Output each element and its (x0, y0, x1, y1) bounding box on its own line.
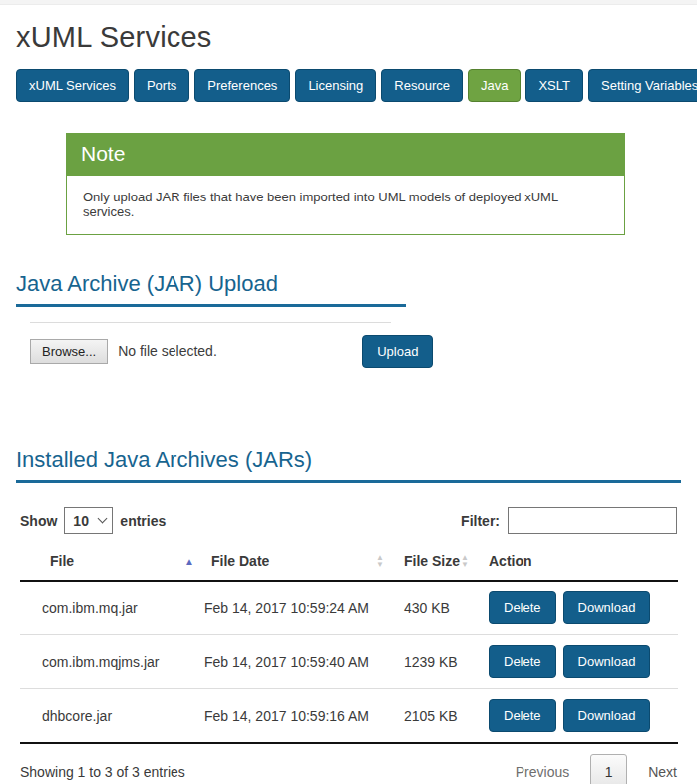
upload-form: Browse... No file selected. Upload (30, 322, 681, 368)
file-name-cell: com.ibm.mqjms.jar (20, 635, 204, 689)
tab-xuml-services[interactable]: xUML Services (16, 69, 129, 102)
file-date-cell: Feb 14, 2017 10:59:40 AM (204, 635, 404, 689)
filter-control: Filter: (461, 507, 677, 534)
browse-button[interactable]: Browse... (30, 339, 108, 364)
page-number-button[interactable]: 1 (590, 754, 627, 784)
previous-page-link[interactable]: Previous (516, 764, 569, 780)
sort-ascending-icon[interactable]: ▲ (184, 556, 194, 567)
entries-summary: Showing 1 to 3 of 3 entries (20, 764, 185, 780)
column-label-action: Action (489, 553, 532, 569)
tab-preferences[interactable]: Preferences (194, 69, 290, 102)
file-date-cell: Feb 14, 2017 10:59:24 AM (204, 581, 404, 635)
note-title: Note (66, 133, 625, 176)
delete-button[interactable]: Delete (489, 645, 556, 678)
column-header-file[interactable]: File ▲ (20, 544, 204, 581)
file-size-cell: 1239 KB (404, 635, 489, 689)
filter-label: Filter: (461, 513, 500, 529)
table-row: dhbcore.jar Feb 14, 2017 10:59:16 AM 210… (20, 689, 678, 744)
filter-input[interactable] (508, 507, 677, 534)
page-size-value: 10 (73, 513, 89, 529)
top-strip (0, 0, 697, 5)
delete-button[interactable]: Delete (489, 699, 556, 732)
chevron-down-icon (98, 514, 108, 524)
table-header-row: File ▲ File Date ▲▼ File Size ▲▼ (20, 544, 678, 581)
tab-ports[interactable]: Ports (134, 69, 189, 102)
sort-both-icon[interactable]: ▲▼ (461, 554, 469, 568)
form-divider (30, 322, 391, 323)
download-button[interactable]: Download (563, 699, 651, 732)
show-label: Show (20, 513, 57, 529)
next-page-link[interactable]: Next (648, 764, 677, 780)
table-row: com.ibm.mq.jar Feb 14, 2017 10:59:24 AM … (20, 581, 678, 635)
sort-both-icon[interactable]: ▲▼ (376, 554, 384, 568)
download-button[interactable]: Download (563, 591, 651, 624)
jars-section-heading: Installed Java Archives (JARs) (16, 447, 681, 483)
tab-licensing[interactable]: Licensing (295, 69, 376, 102)
file-status-text: No file selected. (118, 343, 277, 359)
column-label-file-size: File Size (404, 553, 460, 569)
jar-table: File ▲ File Date ▲▼ File Size ▲▼ (20, 544, 678, 744)
table-controls: Show 10 entries Filter: (16, 507, 681, 534)
table-footer: Showing 1 to 3 of 3 entries Previous 1 N… (16, 748, 681, 784)
upload-row: Browse... No file selected. Upload (30, 334, 681, 368)
action-cell: Delete Download (489, 699, 678, 732)
tab-resource[interactable]: Resource (381, 69, 463, 102)
page-container: xUML Services xUML Services Ports Prefer… (0, 21, 697, 784)
file-name-cell: dhbcore.jar (20, 689, 204, 744)
tab-setting-variables[interactable]: Setting Variables (588, 69, 697, 102)
action-cell: Delete Download (489, 645, 678, 678)
column-header-action: Action (489, 544, 678, 581)
column-header-file-size[interactable]: File Size ▲▼ (404, 544, 489, 581)
tab-java[interactable]: Java (468, 69, 521, 102)
page-size-control: Show 10 entries (20, 507, 166, 534)
file-date-cell: Feb 14, 2017 10:59:16 AM (204, 689, 404, 744)
page-title: xUML Services (16, 21, 681, 54)
column-label-file: File (50, 553, 74, 569)
note-text: Only upload JAR files that have been imp… (66, 176, 625, 235)
table-row: com.ibm.mqjms.jar Feb 14, 2017 10:59:40 … (20, 635, 678, 689)
download-button[interactable]: Download (563, 645, 651, 678)
column-header-file-date[interactable]: File Date ▲▼ (204, 544, 404, 581)
action-cell: Delete Download (489, 591, 678, 624)
file-size-cell: 2105 KB (404, 689, 489, 744)
upload-button[interactable]: Upload (362, 335, 433, 368)
column-label-file-date: File Date (211, 553, 269, 569)
tab-bar: xUML Services Ports Preferences Licensin… (16, 69, 681, 102)
file-name-cell: com.ibm.mq.jar (20, 581, 204, 635)
tab-xslt[interactable]: XSLT (525, 69, 583, 102)
upload-section-heading: Java Archive (JAR) Upload (16, 271, 406, 307)
pagination: Previous 1 Next (516, 754, 677, 784)
note-panel: Note Only upload JAR files that have bee… (66, 133, 625, 235)
delete-button[interactable]: Delete (489, 591, 556, 624)
entries-label: entries (120, 513, 166, 529)
file-size-cell: 430 KB (404, 581, 489, 635)
page-size-select[interactable]: 10 (64, 507, 113, 534)
